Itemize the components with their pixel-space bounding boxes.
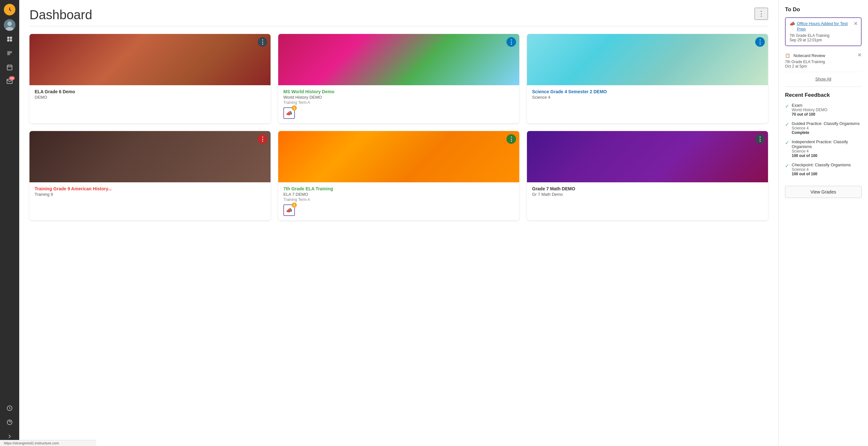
feedback-3-content: Independent Practice: Classify Organisms… (792, 139, 862, 158)
todo-item-1-header: 📣 Office Hours Added for Test Prep ✕ (789, 21, 858, 32)
main-content: Dashboard ⋮ ⋮ ELA Grade 6 Demo DEMO ⋮ (19, 0, 778, 446)
course-card-3[interactable]: ⋮ Science Grade 4 Semester 2 DEMO Scienc… (527, 34, 768, 123)
card-2-menu[interactable]: ⋮ (506, 37, 516, 47)
todo-item-2-close[interactable]: ✕ (858, 53, 862, 58)
card-6-body: Grade 7 Math DEMO Gr 7 Math Demo (527, 182, 768, 201)
todo-title: To Do (785, 6, 862, 13)
card-4-link[interactable]: Training Grade 9 American History... (35, 186, 266, 191)
feedback-title: Recent Feedback (785, 92, 862, 98)
sidebar-item-history[interactable] (4, 403, 16, 414)
todo-item-2-title: Notecard Review (793, 53, 825, 58)
sidebar-item-dashboard[interactable] (4, 33, 16, 45)
page-title: Dashboard (30, 8, 92, 22)
cards-grid: ⋮ ELA Grade 6 Demo DEMO ⋮ MS World Histo… (30, 34, 768, 220)
card-2-link[interactable]: MS World History Demo (283, 89, 514, 94)
todo-section: To Do 📣 Office Hours Added for Test Prep… (779, 0, 868, 87)
user-avatar[interactable] (4, 19, 16, 31)
todo-item-1-date: Sep 29 at 12:01pm (789, 38, 858, 42)
card-4-image: ⋮ (30, 131, 271, 182)
card-5-menu[interactable]: ⋮ (506, 134, 516, 144)
svg-point-1 (9, 9, 10, 10)
feedback-item-1: ✓ Exam World History DEMO 70 out of 100 (785, 103, 862, 117)
card-2-meta: Training Term A (283, 100, 514, 105)
inbox-badge: 13 (9, 76, 15, 80)
sidebar-item-inbox[interactable]: 13 (4, 75, 16, 87)
feedback-item-4: ✓ Checkpoint: Classify Organisms Science… (785, 162, 862, 176)
card-2-actions: 📣 1 (283, 107, 514, 119)
feedback-1-course: World History DEMO (792, 108, 827, 112)
feedback-2-content: Guided Practice: Classify Organisms Scie… (792, 121, 860, 135)
todo-item-1-link[interactable]: Office Hours Added for Test Prep (797, 21, 852, 32)
course-card-4[interactable]: ⋮ Training Grade 9 American History... T… (30, 131, 271, 220)
todo-item-1-course: 7th Grade ELA Training (789, 33, 858, 38)
sidebar-logo[interactable] (4, 4, 16, 15)
sidebar: 13 (0, 0, 19, 446)
status-bar: https://strongmind1.instructure.com (0, 440, 96, 446)
svg-rect-7 (7, 39, 10, 42)
feedback-item-2: ✓ Guided Practice: Classify Organisms Sc… (785, 121, 862, 135)
card-3-link[interactable]: Science Grade 4 Semester 2 DEMO (532, 89, 763, 94)
card-1-menu[interactable]: ⋮ (258, 37, 267, 47)
card-3-menu[interactable]: ⋮ (755, 37, 765, 47)
card-4-menu[interactable]: ⋮ (258, 134, 267, 144)
cards-area: ⋮ ELA Grade 6 Demo DEMO ⋮ MS World Histo… (19, 26, 778, 446)
card-1-subtitle: DEMO (35, 95, 266, 100)
page-header: Dashboard ⋮ (19, 0, 778, 26)
card-1-image: ⋮ (30, 34, 271, 85)
svg-rect-9 (7, 65, 12, 70)
card-5-badge: 1 (292, 202, 297, 208)
todo-item-2-content: 📋 Notecard Review 7th Grade ELA Training… (785, 53, 856, 69)
card-2-image: ⋮ (278, 34, 519, 85)
todo-item-1: 📣 Office Hours Added for Test Prep ✕ 7th… (785, 17, 862, 46)
card-1-body: ELA Grade 6 Demo DEMO (30, 85, 271, 104)
view-grades-button[interactable]: View Grades (785, 186, 862, 198)
card-5-image: ⋮ (278, 131, 519, 182)
card-5-link[interactable]: 7th Grade ELA Training (283, 186, 514, 191)
course-card-2[interactable]: ⋮ MS World History Demo World History DE… (278, 34, 519, 123)
feedback-3-score: 100 out of 100 (792, 154, 862, 158)
sidebar-item-courses[interactable] (4, 47, 16, 59)
card-3-subtitle: Science 4 (532, 95, 763, 100)
svg-rect-5 (7, 37, 10, 39)
right-panel: To Do 📣 Office Hours Added for Test Prep… (778, 0, 868, 446)
feedback-4-content: Checkpoint: Classify Organisms Science 4… (792, 162, 851, 176)
feedback-section: Recent Feedback ✓ Exam World History DEM… (779, 87, 868, 181)
todo-item-2: 📋 Notecard Review 7th Grade ELA Training… (785, 49, 862, 72)
card-3-body: Science Grade 4 Semester 2 DEMO Science … (527, 85, 768, 104)
course-card-1[interactable]: ⋮ ELA Grade 6 Demo DEMO (30, 34, 271, 123)
feedback-4-check: ✓ (785, 163, 789, 169)
feedback-4-type: Checkpoint: Classify Organisms (792, 162, 851, 167)
card-2-badge: 1 (292, 105, 297, 110)
card-2-body: MS World History Demo World History DEMO… (278, 85, 519, 123)
feedback-1-check: ✓ (785, 103, 789, 109)
sidebar-item-help[interactable] (4, 416, 16, 428)
card-6-subtitle: Gr 7 Math Demo (532, 192, 763, 197)
feedback-1-content: Exam World History DEMO 70 out of 100 (792, 103, 827, 117)
svg-point-3 (7, 22, 12, 26)
show-all-button[interactable]: Show All (785, 74, 862, 87)
svg-rect-6 (10, 37, 12, 39)
card-5-notify[interactable]: 📣 1 (283, 204, 295, 216)
card-6-image: ⋮ (527, 131, 768, 182)
header-menu-button[interactable]: ⋮ (754, 8, 768, 20)
feedback-3-check: ✓ (785, 140, 789, 146)
feedback-3-course: Science 4 (792, 149, 862, 154)
card-5-meta: Training Term A (283, 197, 514, 202)
todo-item-1-close[interactable]: ✕ (854, 21, 858, 26)
card-2-notify[interactable]: 📣 1 (283, 107, 295, 119)
sidebar-item-calendar[interactable] (4, 62, 16, 73)
feedback-1-score: 70 out of 100 (792, 112, 827, 117)
card-6-title: Grade 7 Math DEMO (532, 186, 763, 191)
course-card-6[interactable]: ⋮ Grade 7 Math DEMO Gr 7 Math Demo (527, 131, 768, 220)
card-3-image: ⋮ (527, 34, 768, 85)
card-4-subtitle: Training 9 (35, 192, 266, 197)
card-5-subtitle: ELA 7 DEMO (283, 192, 514, 197)
feedback-2-type: Guided Practice: Classify Organisms (792, 121, 860, 126)
feedback-2-score: Complete (792, 130, 860, 135)
card-6-menu[interactable]: ⋮ (755, 134, 765, 144)
course-card-5[interactable]: ⋮ 7th Grade ELA Training ELA 7 DEMO Trai… (278, 131, 519, 220)
card-4-body: Training Grade 9 American History... Tra… (30, 182, 271, 201)
feedback-3-type: Independent Practice: Classify Organisms (792, 139, 862, 149)
feedback-item-3: ✓ Independent Practice: Classify Organis… (785, 139, 862, 158)
todo-item-2-date: Oct 2 at 5pm (785, 64, 856, 69)
